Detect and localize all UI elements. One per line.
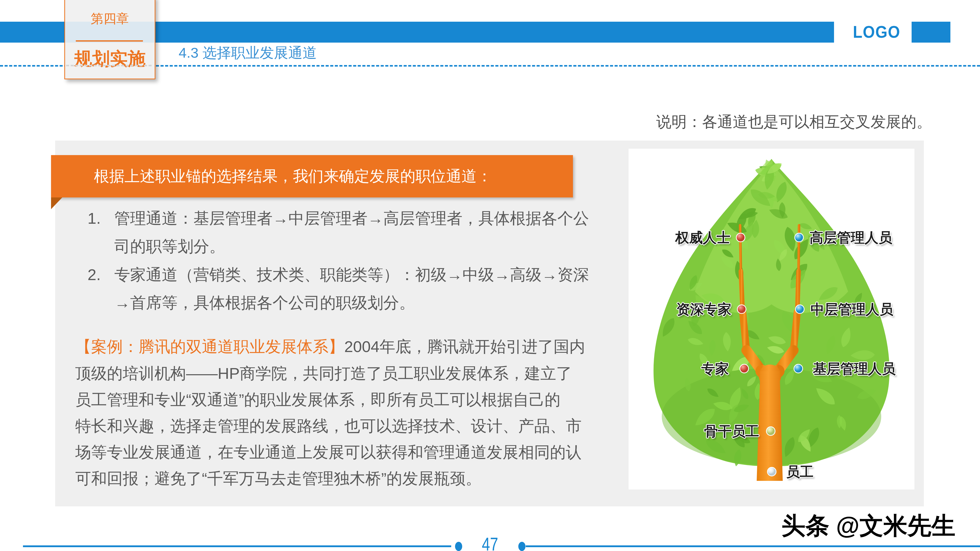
chapter-box-dashes bbox=[66, 65, 151, 66]
tree-label-authority: 权威人士 bbox=[675, 230, 730, 245]
dot-employee bbox=[767, 467, 776, 476]
ribbon-banner-label: 根据上述职业锚的选择结果，我们来确定发展的职位通道： bbox=[94, 155, 571, 197]
ribbon-fold bbox=[51, 197, 62, 209]
logo-text: LOGO bbox=[852, 22, 901, 43]
case-paragraph-line-6: 可和回报；避免了“千军万马去走管理独木桥”的发展瓶颈。 bbox=[75, 471, 481, 486]
list-item-2-line-1: 专家通道（营销类、技术类、职能类等）：初级→中级→高级→资深 bbox=[115, 267, 589, 283]
tree-label-employee: 员工 bbox=[786, 464, 814, 479]
tree-label-key-employee: 骨干员工 bbox=[704, 424, 759, 439]
tree-illustration bbox=[628, 149, 915, 489]
list-item-2-number: 2. bbox=[88, 267, 101, 283]
dot-junior-manager bbox=[794, 364, 803, 373]
case-paragraph-line-2: 顶级的培训机构——HP商学院，共同打造了员工职业发展体系，建立了 bbox=[75, 365, 572, 381]
watermark: 头条 @文米先生 bbox=[781, 510, 956, 542]
ribbon-banner: 根据上述职业锚的选择结果，我们来确定发展的职位通道： bbox=[51, 155, 573, 197]
tree-label-expert: 专家 bbox=[701, 361, 729, 376]
tree-label-senior-manager: 高层管理人员 bbox=[810, 230, 892, 245]
case-paragraph-line-1: 【案例：腾讯的双通道职业发展体系】2004年底，腾讯就开始引进了国内 bbox=[75, 339, 585, 354]
dot-middle-manager bbox=[795, 305, 804, 313]
dot-senior-manager bbox=[795, 233, 803, 242]
case-paragraph-line-3: 员工管理和专业“双通道”的职业发展体系，即所有员工可以根据自己的 bbox=[75, 392, 560, 408]
footer-line-left bbox=[23, 545, 451, 547]
chapter-divider bbox=[76, 40, 143, 41]
list-item-1-line-1: 管理通道：基层管理者→中层管理者→高层管理者，具体根据各个公 bbox=[115, 210, 589, 226]
note-text: 说明：各通道也是可以相互交叉发展的。 bbox=[656, 112, 932, 132]
tree-trunk-base bbox=[757, 371, 783, 481]
career-tree-image: 权威人士 高层管理人员 资深专家 中层管理人员 专家 基层管理人员 骨干员工 员… bbox=[628, 149, 915, 489]
tree-label-middle-manager: 中层管理人员 bbox=[811, 302, 893, 317]
footer-line-right bbox=[526, 545, 980, 547]
case-highlight: 【案例：腾讯的双通道职业发展体系】 bbox=[75, 338, 344, 355]
dot-senior-expert bbox=[737, 305, 746, 313]
list-item-1-number: 1. bbox=[88, 210, 101, 226]
chapter-title: 规划实施 bbox=[65, 47, 155, 71]
slide: LOGO 第四章 规划实施 4.3 选择职业发展通道 说明：各通道也是可以相互交… bbox=[0, 0, 980, 551]
footer-dot-left bbox=[455, 542, 462, 551]
top-bar-right-segment bbox=[912, 22, 950, 43]
case-paragraph-line-5: 场等专业发展通道，在专业通道上发展可以获得和管理通道发展相同的认 bbox=[75, 445, 582, 460]
list-item-1-line-2: 司的职等划分。 bbox=[115, 238, 225, 254]
page-number: 47 bbox=[474, 534, 506, 551]
tree-label-senior-expert: 资深专家 bbox=[676, 302, 732, 317]
chapter-box: 第四章 规划实施 bbox=[64, 0, 156, 79]
list-item-2-line-2: →首席等，具体根据各个公司的职级划分。 bbox=[115, 295, 415, 311]
tree-label-junior-manager: 基层管理人员 bbox=[813, 361, 896, 376]
section-title: 4.3 选择职业发展通道 bbox=[179, 43, 317, 63]
case-line-1-text: 2004年底，腾讯就开始引进了国内 bbox=[344, 338, 585, 355]
chapter-tag: 第四章 bbox=[65, 10, 155, 27]
case-paragraph-line-4: 特长和兴趣，选择走管理的发展路线，也可以选择技术、设计、产品、市 bbox=[75, 418, 582, 434]
dot-authority bbox=[736, 233, 745, 242]
footer-dot-right bbox=[518, 542, 525, 551]
dot-key-employee bbox=[767, 427, 775, 435]
dot-expert bbox=[740, 364, 749, 373]
